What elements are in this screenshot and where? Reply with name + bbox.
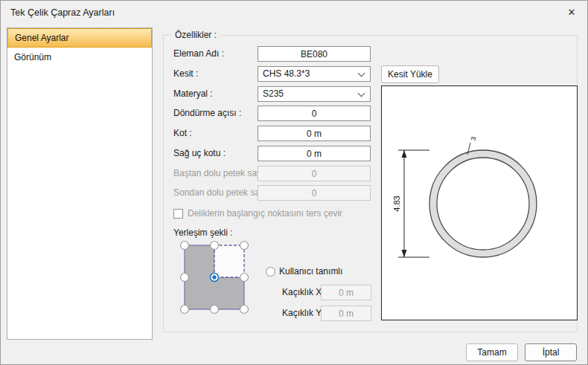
placement-radio-bottom-left[interactable] [181,306,189,314]
window-title: Tek Çelik Çapraz Ayarları [10,7,115,18]
sidebar: Genel Ayarlar Görünüm [7,28,153,340]
placement-radio-bottom-center[interactable] [211,306,219,314]
bastan-petek-input [258,166,371,181]
tamam-button[interactable]: Tamam [466,343,518,361]
sidebar-item-gorunum[interactable]: Görünüm [7,48,152,67]
kesit-yukle-button[interactable]: Kesit Yükle [381,65,439,83]
dondurme-acisi-input[interactable] [258,106,371,121]
dialog-tek-celik-capraz-ayarlari: Tek Çelik Çapraz Ayarları ✕ Genel Ayarla… [0,0,588,365]
eleman-adi-input[interactable] [258,46,371,62]
placement-radio-top-left[interactable] [181,242,189,250]
chs-section-drawing: 4.83 3 [382,86,577,320]
dimension-arrow-up [402,150,407,158]
materyal-label: Materyal : [173,86,213,102]
kesit-label: Kesit : [173,66,198,82]
placement-radio-bottom-right[interactable] [240,306,249,314]
titlebar: Tek Çelik Çapraz Ayarları ✕ [1,1,587,25]
materyal-combobox[interactable]: S235 [258,86,371,102]
ters-cevir-checkbox[interactable] [173,209,183,219]
kesit-selected-value: CHS 48.3*3 [263,68,310,79]
close-icon[interactable]: ✕ [563,4,580,21]
iptal-button[interactable]: İptal [525,343,577,361]
kot-input[interactable] [258,126,371,141]
kacik-y-label: Kaçıklık Y : [282,306,327,321]
dimension-arrow-down [402,250,407,257]
chevron-down-icon [358,70,365,77]
section-preview: 4.83 3 [381,85,578,320]
kacik-x-input [321,285,371,300]
kullanici-tanimli-label: Kullanıcı tanımlı [279,264,342,280]
materyal-selected-value: S235 [263,88,284,99]
chevron-down-icon [358,90,365,97]
sondan-petek-input [258,185,371,201]
kot-label: Kot : [173,126,192,141]
ters-cevir-label: Deliklerin başlangıç noktasını ters çevi… [188,206,342,222]
placement-shape-picker[interactable] [176,239,252,316]
groupbox-title: Özellikler : [172,30,220,40]
eleman-adi-label: Eleman Adı : [173,46,224,62]
placement-radio-middle-left[interactable] [181,274,189,282]
sidebar-item-genel-ayarlar[interactable]: Genel Ayarlar [7,28,152,48]
placement-radio-middle-right[interactable] [240,274,249,282]
placement-radio-top-center[interactable] [211,242,219,250]
kullanici-tanimli-radio[interactable] [266,267,275,277]
thickness-text: 3 [470,136,478,141]
placement-radio-center-dot [212,275,216,279]
sag-uc-kotu-label: Sağ uç kotu : [173,146,226,161]
kesit-combobox[interactable]: CHS 48.3*3 [258,66,371,82]
chs-inner-circle [437,158,529,250]
sag-uc-kotu-input[interactable] [258,146,371,161]
placement-radio-top-right[interactable] [240,242,249,250]
dimension-text: 4.83 [392,196,401,211]
dondurme-acisi-label: Döndürme açısı : [173,106,241,121]
kacik-y-input [321,306,371,321]
placement-dashed-outline [214,245,244,277]
